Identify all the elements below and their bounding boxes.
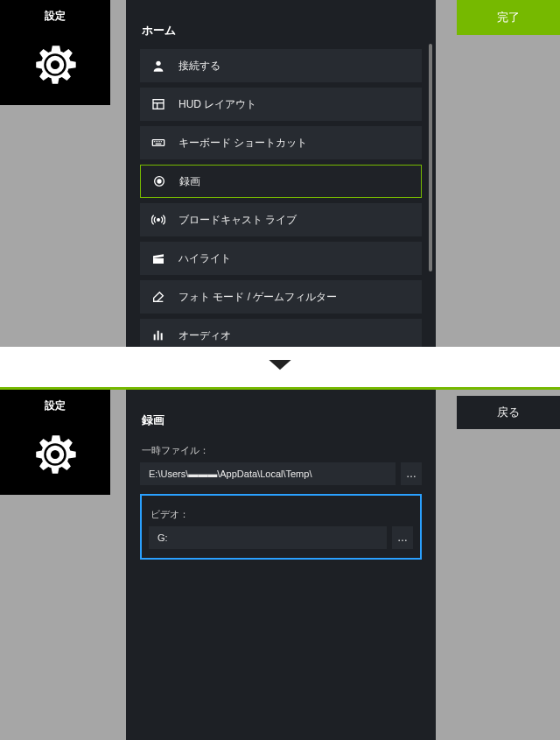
settings-label: 設定 [45,9,66,24]
svg-rect-1 [153,100,164,109]
temp-file-path-value: E:\Users\▬▬▬\AppData\Local\Temp\ [149,469,312,479]
chevron-down-icon [268,358,292,377]
home-item-label: ハイライト [178,251,231,266]
video-path-browse-button[interactable]: … [392,526,413,549]
home-item-label: ブロードキャスト ライブ [178,213,297,228]
temp-file-label: 一時ファイル： [142,444,422,457]
svg-point-12 [158,180,161,183]
step-separator [0,347,560,387]
svg-point-0 [156,61,160,66]
home-panel: ホーム 接続する HUD レイアウト キーボード ショートカット 録画 [126,0,436,347]
user-icon [150,58,166,74]
svg-rect-16 [158,331,159,341]
equalizer-icon [150,328,166,343]
record-title: 録画 [140,404,422,439]
home-item-label: 録画 [179,174,200,189]
svg-rect-17 [161,333,163,340]
svg-rect-15 [154,335,156,341]
home-title: ホーム [140,14,422,49]
settings-tile: 設定 [0,0,110,105]
video-path-input[interactable]: G: [149,526,387,549]
video-label: ビデオ： [150,508,413,521]
temp-file-browse-button[interactable]: … [401,462,422,485]
broadcast-icon [150,212,166,228]
record-icon [151,173,167,189]
ellipsis-icon: … [397,532,408,544]
home-item-broadcast[interactable]: ブロードキャスト ライブ [140,203,422,236]
home-item-audio[interactable]: オーディオ [140,319,422,347]
home-item-label: 接続する [178,59,220,74]
record-settings-view: 設定 戻る 録画 一時ファイル： E:\Users\▬▬▬\AppData\Lo… [0,387,560,740]
home-item-keyboard[interactable]: キーボード ショートカット [140,126,422,159]
video-path-value: G: [158,532,168,543]
back-button[interactable]: 戻る [457,396,560,429]
layout-icon [150,96,166,112]
home-item-hud[interactable]: HUD レイアウト [140,88,422,121]
svg-rect-4 [152,140,164,146]
home-item-photo[interactable]: フォト モード / ゲームフィルター [140,280,422,314]
gear-icon [27,24,83,105]
top-accent-bar [0,387,560,390]
clapper-icon [150,250,166,266]
svg-rect-14 [153,258,164,264]
home-item-record[interactable]: 録画 [140,165,422,198]
temp-file-path-input[interactable]: E:\Users\▬▬▬\AppData\Local\Temp\ [140,462,396,485]
svg-point-13 [158,219,160,222]
settings-home-view: 設定 完了 ホーム 接続する HUD レイアウト [0,0,560,347]
home-scrollbar-thumb[interactable] [429,44,432,271]
home-item-connect[interactable]: 接続する [140,49,422,82]
keyboard-icon [150,135,166,151]
home-item-label: オーディオ [178,328,231,343]
home-scrollbar-track[interactable] [429,44,432,338]
gear-icon [27,413,83,495]
edit-icon [150,289,166,305]
home-item-label: キーボード ショートカット [178,136,307,151]
record-panel: 録画 一時ファイル： E:\Users\▬▬▬\AppData\Local\Te… [126,390,436,740]
video-path-highlight: ビデオ： G: … [140,494,422,560]
settings-tile: 設定 [0,390,110,495]
ellipsis-icon: … [406,468,416,480]
home-item-highlight[interactable]: ハイライト [140,242,422,275]
done-button-label: 完了 [497,10,520,25]
done-button[interactable]: 完了 [457,0,560,35]
home-item-label: フォト モード / ゲームフィルター [178,290,337,305]
back-button-label: 戻る [497,405,520,420]
settings-label: 設定 [45,398,66,413]
home-item-label: HUD レイアウト [178,97,256,112]
